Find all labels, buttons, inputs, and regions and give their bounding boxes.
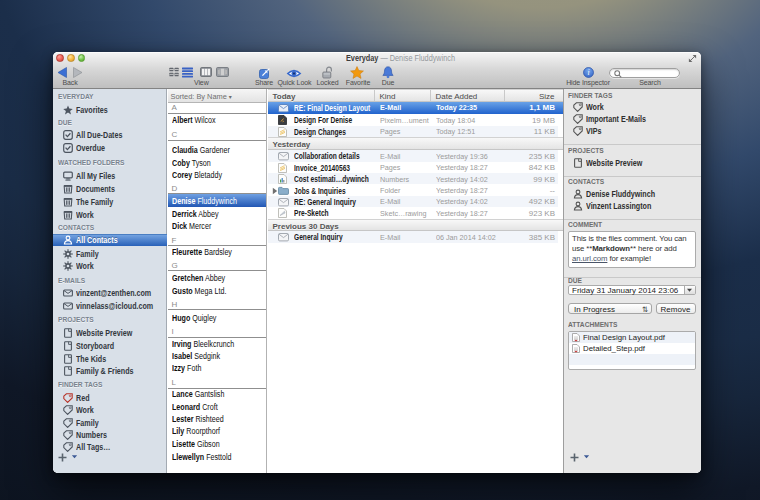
svg-text:i: i: [587, 68, 589, 77]
